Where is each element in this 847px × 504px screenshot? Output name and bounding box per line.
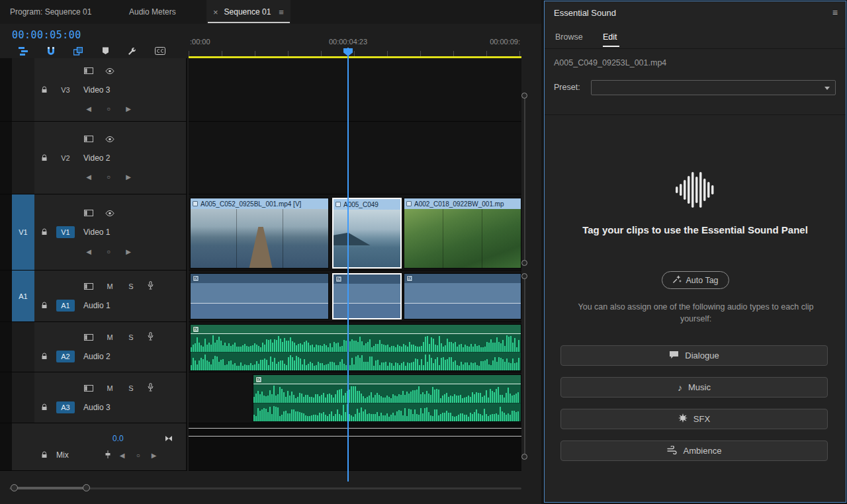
solo-button[interactable]: S xyxy=(126,333,136,341)
sync-lock-icon[interactable] xyxy=(84,382,93,394)
mute-button[interactable]: M xyxy=(105,282,114,290)
volume-line[interactable] xyxy=(334,303,400,304)
tab-program-monitor[interactable]: Program: Sequence 01 xyxy=(10,0,91,24)
lock-icon[interactable] xyxy=(41,84,48,96)
add-marker-icon[interactable] xyxy=(102,47,109,55)
sync-lock-icon[interactable] xyxy=(84,133,93,145)
track-name-mix[interactable]: Mix xyxy=(56,450,69,460)
audio-clip-a1-1[interactable]: fx xyxy=(190,273,329,319)
lock-icon[interactable] xyxy=(41,449,48,461)
tab-browse[interactable]: Browse xyxy=(555,32,583,46)
track-a3-content[interactable]: fx xyxy=(189,372,521,423)
track-a1-content[interactable]: fx fx fx xyxy=(189,271,521,322)
track-name-v1[interactable]: Video 1 xyxy=(83,228,110,237)
track-target-v1[interactable]: V1 xyxy=(56,226,75,238)
sfx-button[interactable]: SFX xyxy=(560,409,828,429)
voiceover-record-icon[interactable] xyxy=(148,331,154,343)
track-v3-content[interactable] xyxy=(189,58,521,122)
video-clip-2-selected[interactable]: A005_C049 xyxy=(332,198,402,269)
solo-button[interactable]: S xyxy=(126,384,136,392)
track-target-v3[interactable]: V3 xyxy=(56,84,75,96)
next-keyframe-icon[interactable]: ▶ xyxy=(124,248,133,255)
voiceover-record-icon[interactable] xyxy=(148,280,154,292)
timecode-display[interactable]: 00:00:05:00 xyxy=(12,29,81,41)
add-keyframe-icon[interactable]: ○ xyxy=(134,452,143,459)
sync-lock-icon[interactable] xyxy=(84,65,93,77)
fader-icon[interactable] xyxy=(105,449,111,461)
prev-keyframe-icon[interactable]: ◀ xyxy=(84,105,93,112)
track-name-a3[interactable]: Audio 3 xyxy=(83,403,111,412)
scrollbar-handle[interactable] xyxy=(521,454,527,460)
ambience-button[interactable]: Ambience xyxy=(560,441,828,461)
toggle-track-output-icon[interactable] xyxy=(105,207,114,219)
auto-tag-button[interactable]: Auto Tag xyxy=(661,271,729,289)
prev-keyframe-icon[interactable]: ◀ xyxy=(118,452,127,459)
prev-keyframe-icon[interactable]: ◀ xyxy=(84,173,93,181)
track-name-v2[interactable]: Video 2 xyxy=(83,153,110,163)
dialogue-button[interactable]: Dialogue xyxy=(560,345,828,366)
panel-menu-icon[interactable]: ≡ xyxy=(832,7,838,18)
panel-menu-icon[interactable]: ≡ xyxy=(279,7,284,17)
add-keyframe-icon[interactable]: ○ xyxy=(104,105,113,112)
sync-lock-icon[interactable] xyxy=(84,331,93,343)
ruler-ticks[interactable] xyxy=(189,51,521,56)
volume-line[interactable] xyxy=(404,303,521,304)
video-clip-1[interactable]: A005_C052_0925BL_001.mp4 [V] xyxy=(190,198,329,269)
timeline-zoom-scrollbar[interactable] xyxy=(11,483,90,492)
nest-toggle-icon[interactable] xyxy=(19,47,28,56)
mute-button[interactable]: M xyxy=(105,384,114,392)
preset-dropdown[interactable] xyxy=(591,80,836,95)
audio-clip-a2[interactable]: fx xyxy=(190,324,521,371)
prev-keyframe-icon[interactable]: ◀ xyxy=(84,248,93,255)
close-tab-icon[interactable]: × xyxy=(213,7,218,17)
toggle-track-output-icon[interactable] xyxy=(105,65,114,77)
audio-clip-a1-3[interactable]: fx xyxy=(404,273,521,319)
captions-icon[interactable] xyxy=(155,47,165,55)
track-v2-content[interactable] xyxy=(189,122,521,194)
volume-line[interactable] xyxy=(191,333,521,334)
mix-level-value[interactable]: 0.0 xyxy=(112,434,124,443)
mix-automation-line[interactable] xyxy=(189,436,521,437)
track-v1-content[interactable]: A005_C052_0925BL_001.mp4 [V] A005_C049 A… xyxy=(189,194,521,271)
scrollbar-handle[interactable] xyxy=(521,260,527,266)
track-mix-content[interactable] xyxy=(189,423,521,471)
track-target-a1[interactable]: A1 xyxy=(56,300,75,312)
mix-automation-line[interactable] xyxy=(189,428,521,429)
add-keyframe-icon[interactable]: ○ xyxy=(104,248,113,255)
next-keyframe-icon[interactable]: ▶ xyxy=(150,452,159,459)
next-keyframe-icon[interactable]: ▶ xyxy=(124,173,133,181)
music-button[interactable]: ♪ Music xyxy=(560,377,828,398)
track-target-a2[interactable]: A2 xyxy=(56,351,75,362)
audio-clip-a1-2-selected[interactable]: fx xyxy=(332,273,402,319)
lock-icon[interactable] xyxy=(41,226,48,238)
audio-tracks-scrollbar[interactable] xyxy=(521,273,529,460)
volume-line[interactable] xyxy=(191,303,328,304)
lock-icon[interactable] xyxy=(41,401,48,413)
linked-selection-icon[interactable] xyxy=(73,47,83,56)
add-keyframe-icon[interactable]: ○ xyxy=(104,173,113,181)
track-target-a3[interactable]: A3 xyxy=(56,401,75,413)
solo-button[interactable]: S xyxy=(126,282,136,290)
playhead-line[interactable] xyxy=(347,48,349,482)
audio-clip-a3[interactable]: fx xyxy=(253,374,521,422)
scrollbar-handle[interactable] xyxy=(521,93,527,99)
toggle-track-output-icon[interactable] xyxy=(105,133,114,145)
tab-sequence[interactable]: × Sequence 01 ≡ xyxy=(206,0,290,24)
track-name-a1[interactable]: Audio 1 xyxy=(83,301,111,310)
track-name-v3[interactable]: Video 3 xyxy=(83,85,110,95)
timeline-settings-icon[interactable] xyxy=(128,47,136,56)
track-name-a2[interactable]: Audio 2 xyxy=(83,352,111,361)
snap-icon[interactable] xyxy=(47,47,55,56)
video-clip-3[interactable]: A002_C018_0922BW_001.mp xyxy=(404,198,521,269)
track-a2-content[interactable]: fx xyxy=(189,322,521,372)
tab-edit[interactable]: Edit xyxy=(603,32,617,46)
mute-button[interactable]: M xyxy=(105,333,114,341)
lock-icon[interactable] xyxy=(41,300,48,312)
next-keyframe-icon[interactable]: ▶ xyxy=(124,105,133,112)
voiceover-record-icon[interactable] xyxy=(148,382,154,394)
lock-icon[interactable] xyxy=(41,351,48,362)
video-tracks-scrollbar[interactable] xyxy=(521,93,529,266)
lock-icon[interactable] xyxy=(41,152,48,164)
tab-audio-meters[interactable]: Audio Meters xyxy=(129,0,176,24)
zoom-handle-left[interactable] xyxy=(11,484,18,491)
